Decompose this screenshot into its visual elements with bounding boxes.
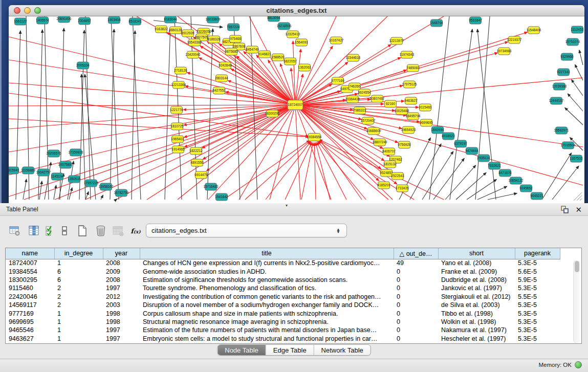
graph-node[interactable] <box>528 27 540 34</box>
graph-node[interactable] <box>165 16 177 23</box>
graph-node[interactable] <box>195 171 207 179</box>
table-cell[interactable]: 9777169 <box>6 309 54 317</box>
table-cell[interactable]: Tibbo et al. (1998) <box>438 309 515 317</box>
column-header-year[interactable]: year <box>103 248 140 259</box>
graph-node[interactable] <box>347 54 359 61</box>
table-cell[interactable]: Yano et al. (2008) <box>438 259 515 267</box>
table-cell[interactable]: 18724007 <box>6 259 54 267</box>
table-cell[interactable]: 0 <box>394 301 438 309</box>
table-cell[interactable]: Tourette syndrome. Phenomenology and cla… <box>140 284 394 292</box>
graph-node[interactable] <box>562 142 574 149</box>
graph-node[interactable] <box>171 106 183 114</box>
table-cell[interactable]: 0 <box>394 267 438 275</box>
table-cell[interactable]: Hescheler et al. (1997) <box>438 335 515 343</box>
table-cell[interactable]: 0 <box>394 326 438 334</box>
graph-node[interactable] <box>23 167 34 174</box>
table-cell[interactable]: Structural magnetic resonance image aver… <box>140 318 394 326</box>
table-cell[interactable]: 1997 <box>103 335 140 343</box>
table-cell[interactable]: Nakamura et al. (1997) <box>438 326 515 334</box>
graph-node[interactable] <box>60 161 72 168</box>
graph-node[interactable] <box>509 36 520 43</box>
table-cell[interactable]: 0 <box>394 284 438 292</box>
hide-columns-button[interactable] <box>57 223 72 239</box>
graph-node[interactable] <box>267 110 278 117</box>
tab-network-table[interactable]: Network Table <box>314 345 371 355</box>
graph-node[interactable] <box>230 35 242 42</box>
table-row[interactable]: 977716911998Corpus callosum shape and si… <box>6 309 560 317</box>
graph-node[interactable] <box>299 64 311 71</box>
network-canvas[interactable]: 1661127140557420691406230465719034048518… <box>9 16 583 203</box>
graph-node[interactable] <box>421 119 432 126</box>
graph-node[interactable] <box>69 176 80 183</box>
graph-node[interactable] <box>213 87 225 94</box>
graph-node[interactable] <box>182 30 194 37</box>
graph-node[interactable] <box>466 147 478 155</box>
table-cell[interactable]: 1 <box>54 318 103 326</box>
table-cell[interactable]: 2 <box>54 284 103 292</box>
zoom-window-button[interactable] <box>34 7 41 14</box>
resize-grip-icon[interactable] <box>574 192 582 201</box>
table-cell[interactable]: 49 <box>394 259 438 267</box>
graph-node[interactable] <box>285 58 296 65</box>
table-options-button[interactable] <box>7 223 23 239</box>
table-cell[interactable]: 1998 <box>103 309 140 317</box>
graph-node[interactable] <box>383 148 395 155</box>
delete-table-button[interactable] <box>111 223 126 239</box>
column-header-name[interactable]: name <box>6 248 54 259</box>
table-cell[interactable]: 5.3E-5 <box>515 284 560 292</box>
column-header-title[interactable]: title <box>140 248 394 259</box>
table-row[interactable]: 2242004622012Investigating the contribut… <box>6 293 560 301</box>
table-cell[interactable]: Jankovic et al. (1997) <box>438 284 515 292</box>
citation-graph[interactable]: 1661127140557420691406230465719034048518… <box>9 16 583 203</box>
graph-node[interactable] <box>551 97 562 104</box>
table-scrollbar[interactable] <box>573 260 580 343</box>
table-cell[interactable]: Dudbridge et al. (2008) <box>438 276 515 284</box>
table-cell[interactable]: 5.3E-5 <box>515 318 560 326</box>
close-panel-icon[interactable]: ✕ <box>575 206 582 213</box>
graph-node[interactable] <box>172 136 184 143</box>
table-cell[interactable]: 0 <box>394 318 438 326</box>
graph-node[interactable] <box>191 159 203 166</box>
table-cell[interactable]: Disruption of a novel member of a sodium… <box>140 301 394 309</box>
network-view-window[interactable]: citations_edges.txt 16611271405574206914… <box>9 5 584 203</box>
graph-node[interactable] <box>208 36 220 43</box>
graph-node[interactable] <box>385 100 397 107</box>
table-cell[interactable]: 19384554 <box>6 267 54 275</box>
graph-node[interactable] <box>288 100 303 110</box>
graph-node[interactable] <box>396 107 408 115</box>
graph-node[interactable] <box>247 46 258 53</box>
table-row[interactable]: 946362711997Embryonic stem cells: a mode… <box>6 335 560 343</box>
graph-node[interactable] <box>407 113 419 120</box>
table-row[interactable]: 911546021997Tourette syndrome. Phenomeno… <box>6 284 560 292</box>
tab-edge-table[interactable]: Edge Table <box>266 345 314 355</box>
graph-node[interactable] <box>556 127 568 134</box>
graph-node[interactable] <box>287 31 299 38</box>
graph-node[interactable] <box>173 81 185 89</box>
table-cell[interactable]: Stergiakouli et al. (2012) <box>438 293 515 301</box>
graph-node[interactable] <box>38 169 50 176</box>
table-cell[interactable]: 1 <box>54 326 103 334</box>
graph-node[interactable] <box>359 89 371 96</box>
table-row[interactable]: 1830029562008Estimation of significance … <box>6 276 560 284</box>
table-cell[interactable]: Estimation of the future numbers of pati… <box>140 326 394 334</box>
graph-node[interactable] <box>470 17 482 24</box>
table-scrollbar-thumb[interactable] <box>575 261 579 272</box>
graph-node[interactable] <box>404 81 416 88</box>
graph-node[interactable] <box>405 97 417 104</box>
graph-node[interactable] <box>374 139 386 146</box>
table-cell[interactable]: Investigating the contribution of common… <box>140 293 394 301</box>
graph-node[interactable] <box>531 192 543 200</box>
graph-node[interactable] <box>372 95 383 102</box>
graph-node[interactable] <box>15 18 27 25</box>
graph-node[interactable] <box>108 16 120 24</box>
table-cell[interactable]: 1 <box>54 259 103 267</box>
table-cell[interactable]: 14569117 <box>6 301 54 309</box>
graph-node[interactable] <box>268 16 280 21</box>
table-selector-combobox[interactable]: citations_edges.txt ▲▼ <box>146 224 347 237</box>
table-cell[interactable]: 0 <box>394 276 438 284</box>
graph-node[interactable] <box>401 51 413 58</box>
graph-node[interactable] <box>129 18 141 25</box>
graph-node[interactable] <box>170 27 182 34</box>
graph-node[interactable] <box>554 83 565 90</box>
table-cell[interactable]: 9699695 <box>6 318 54 326</box>
